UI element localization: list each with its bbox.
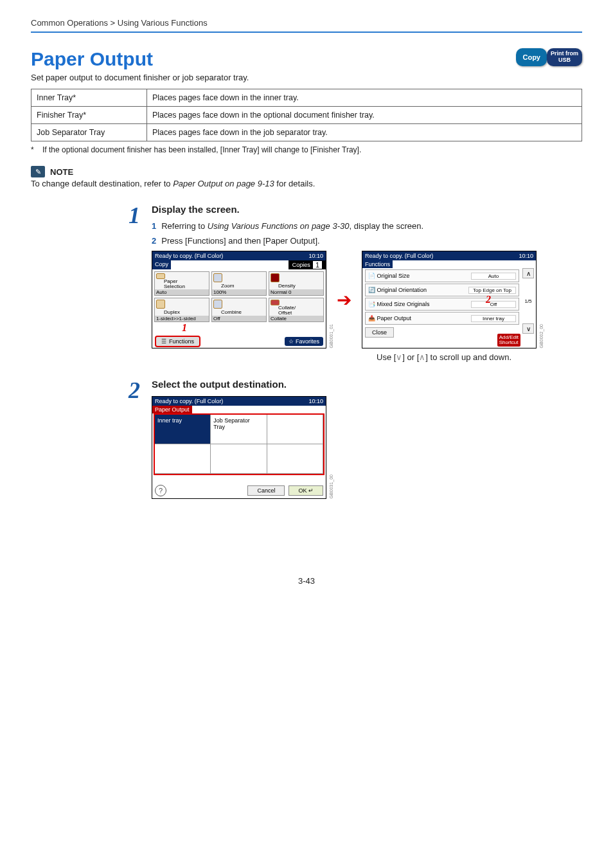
step-number-2: 2 xyxy=(121,379,140,499)
option-inner-tray[interactable]: Inner tray xyxy=(155,415,211,444)
scroll-caption: Use [∨] or [∧] to scroll up and down. xyxy=(377,352,582,362)
panel-tab-copy[interactable]: Copy xyxy=(152,260,171,269)
step-2-title: Select the output destination. xyxy=(152,379,582,390)
row-paper-output[interactable]: 📥 Paper OutputInner tray xyxy=(365,312,519,325)
screenshot-paper-output-panel: Ready to copy. (Full Color) 10:10 Paper … xyxy=(152,396,326,499)
step-1-title: Display the screen. xyxy=(152,204,582,215)
table-cell-desc: Places pages face down in the inner tray… xyxy=(147,89,582,107)
definition-table: Inner Tray* Places pages face down in th… xyxy=(31,89,582,141)
chevron-down-icon[interactable]: ∨ xyxy=(522,323,534,334)
table-cell-desc: Places pages face down in the optional d… xyxy=(147,107,582,124)
callout-2: 2 xyxy=(486,294,491,305)
row-original-size[interactable]: 📄 Original SizeAuto xyxy=(365,269,519,282)
note-label: NOTE xyxy=(50,167,73,177)
close-button[interactable]: Close xyxy=(365,327,394,338)
chevron-down-icon: ∨ xyxy=(396,352,402,362)
screenshot-functions-panel: Ready to copy. (Full Color) 10:10 Functi… xyxy=(362,251,537,348)
substep-num: 1 xyxy=(152,221,156,231)
note-block: ✎ NOTE To change default destination, re… xyxy=(31,166,582,188)
badge-print-from-usb: Print from USB xyxy=(547,48,582,66)
table-cell-name: Job Separator Tray xyxy=(31,124,147,141)
page-subtitle: Set paper output to document finisher or… xyxy=(31,73,249,82)
favorites-button[interactable]: ☆Favorites xyxy=(285,337,323,346)
functions-button[interactable]: ☰Functions xyxy=(155,336,200,347)
table-row: Inner Tray* Places pages face down in th… xyxy=(31,89,582,107)
tile-zoom[interactable]: Zoom100% xyxy=(211,271,267,296)
ok-button[interactable]: OK ↵ xyxy=(289,485,323,496)
table-row: Finisher Tray* Places pages face down in… xyxy=(31,107,582,124)
panel-tab-paper-output[interactable]: Paper Output xyxy=(152,406,192,413)
note-link[interactable]: Paper Output on page 9-13 xyxy=(173,179,274,188)
add-edit-shortcut-button[interactable]: Add/Edit Shortcut xyxy=(497,334,520,347)
tile-density[interactable]: DensityNormal 0 xyxy=(269,271,324,296)
panel-tab-functions[interactable]: Functions xyxy=(362,260,393,268)
table-row: Job Separator Tray Places pages face dow… xyxy=(31,124,582,141)
tile-duplex[interactable]: Duplex1-sided>>1-sided xyxy=(154,298,209,322)
option-job-separator-tray[interactable]: Job Separator Tray xyxy=(211,415,267,444)
row-original-orientation[interactable]: 🔄 Original OrientationTop Edge on Top xyxy=(365,284,519,296)
page-title: Paper Output xyxy=(31,48,249,70)
note-icon: ✎ xyxy=(31,166,45,177)
table-cell-name: Finisher Tray* xyxy=(31,107,147,124)
tile-combine[interactable]: CombineOff xyxy=(211,298,267,322)
cancel-button[interactable]: Cancel xyxy=(247,485,285,496)
figure-code: GB0031_00 xyxy=(329,475,333,498)
arrow-right-icon: ➔ xyxy=(337,289,351,311)
page-number: 3-43 xyxy=(31,576,582,586)
chevron-up-icon[interactable]: ∧ xyxy=(522,268,534,278)
figure-code: GB0001_01 xyxy=(329,324,333,348)
tile-paper-selection[interactable]: Paper SelectionAuto xyxy=(154,271,209,296)
badge-copy: Copy xyxy=(516,48,547,66)
screenshot-copy-panel: Ready to copy. (Full Color) 10:10 Copy C… xyxy=(152,251,326,348)
breadcrumb: Common Operations > Using Various Functi… xyxy=(31,18,582,33)
substep-num: 2 xyxy=(152,236,156,246)
copies-counter: Copies 1 xyxy=(289,260,326,269)
page-indicator: 1/5 xyxy=(524,298,531,304)
footnote: * If the optional document finisher has … xyxy=(31,145,582,154)
table-cell-desc: Places pages face down in the job separa… xyxy=(147,124,582,141)
xref-link[interactable]: Using Various Functions on page 3-30 xyxy=(208,221,350,231)
mode-badges: Copy Print from USB xyxy=(516,48,582,66)
row-mixed-size-originals[interactable]: 📑 Mixed Size OriginalsOff xyxy=(365,298,519,311)
step-number-1: 1 xyxy=(121,204,140,362)
figure-code: GB0002_00 xyxy=(539,324,544,348)
callout-1: 1 xyxy=(182,322,187,334)
chevron-up-icon: ∧ xyxy=(419,352,425,362)
tile-collate-offset[interactable]: Collate/ OffsetCollate xyxy=(269,298,324,322)
option-empty xyxy=(267,415,323,444)
table-cell-name: Inner Tray* xyxy=(31,89,147,107)
